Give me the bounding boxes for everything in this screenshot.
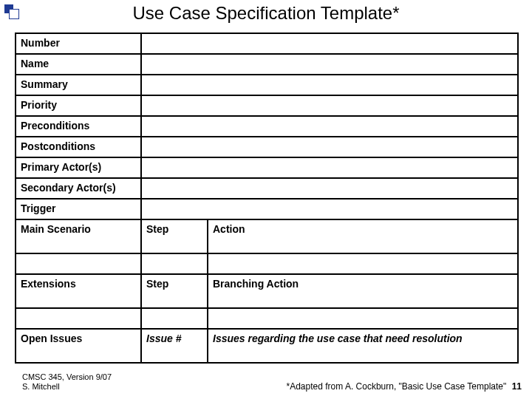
cell-empty [141,33,518,54]
table-row: Name [16,54,518,75]
cell-empty [141,199,518,219]
row-label-postconditions: Postconditions [16,137,141,157]
table-row: Postconditions [16,137,518,157]
row-label-trigger: Trigger [16,199,141,219]
cell-empty [16,308,141,329]
footer-left: CMSC 345, Version 9/07 S. Mitchell [22,372,112,392]
row-label-extensions: Extensions [16,274,141,308]
cell-empty [141,116,518,137]
table-row [16,308,518,329]
footer-citation: *Adapted from A. Cockburn, "Basic Use Ca… [287,381,507,392]
cell-empty [208,308,518,329]
col-header-issue-num: Issue # [141,329,208,363]
table-row: Number [16,33,518,54]
col-header-action: Action [208,219,518,253]
cell-empty [141,308,208,329]
cell-empty [141,54,518,75]
row-label-primary-actors: Primary Actor(s) [16,157,141,178]
row-label-number: Number [16,33,141,54]
table-row: Preconditions [16,116,518,137]
row-label-main-scenario: Main Scenario [16,219,141,253]
page-number: 11 [512,381,522,392]
col-header-step: Step [141,219,208,253]
table-row: Secondary Actor(s) [16,178,518,199]
col-header-branching-action: Branching Action [208,274,518,308]
cell-empty [16,253,141,274]
row-label-preconditions: Preconditions [16,116,141,137]
table-row: Main Scenario Step Action [16,219,518,253]
table-row: Priority [16,95,518,116]
use-case-table: Number Name Summary Priority Preconditio… [15,33,517,364]
cell-empty [141,157,518,178]
table-row: Primary Actor(s) [16,157,518,178]
cell-empty [208,253,518,274]
table-row: Summary [16,75,518,95]
table-row: Extensions Step Branching Action [16,274,518,308]
cell-empty [141,178,518,199]
footer-author: S. Mitchell [22,382,112,392]
row-label-priority: Priority [16,95,141,116]
col-header-issues-desc: Issues regarding the use case that need … [208,329,518,363]
cell-empty [141,137,518,157]
cell-empty [141,95,518,116]
row-label-name: Name [16,54,141,75]
table-row: Open Issues Issue # Issues regarding the… [16,329,518,363]
table-row [16,253,518,274]
cell-empty [141,75,518,95]
footer-course: CMSC 345, Version 9/07 [22,372,112,382]
footer-right: *Adapted from A. Cockburn, "Basic Use Ca… [287,381,522,392]
row-label-summary: Summary [16,75,141,95]
slide: Use Case Specification Template* Number … [0,0,532,399]
cell-empty [141,253,208,274]
row-label-secondary-actors: Secondary Actor(s) [16,178,141,199]
row-label-open-issues: Open Issues [16,329,141,363]
table-row: Trigger [16,199,518,219]
col-header-step: Step [141,274,208,308]
slide-title: Use Case Specification Template* [0,3,532,24]
